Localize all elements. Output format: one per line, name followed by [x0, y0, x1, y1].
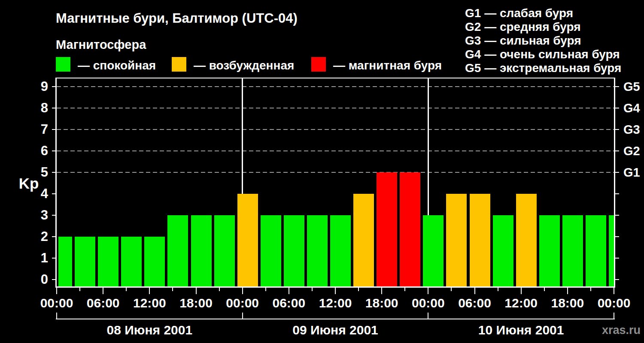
y-axis-label: 2 — [17, 229, 48, 245]
date-axis-tick — [242, 313, 243, 319]
x-axis-tick — [265, 288, 266, 291]
x-axis-tick — [428, 288, 428, 294]
x-axis-tick — [172, 288, 173, 291]
kp-bar — [330, 215, 351, 286]
x-axis-tick — [289, 288, 289, 294]
kp-bar — [307, 215, 328, 286]
kp-bar — [446, 194, 467, 286]
date-label: 08 Июня 2001 — [42, 323, 257, 337]
kp-bar — [58, 237, 72, 286]
kp-bar — [539, 215, 560, 286]
x-axis-label: 12:00 — [124, 296, 175, 310]
x-axis-label: 06:00 — [77, 296, 129, 310]
kp-bar — [400, 172, 420, 286]
y-axis-tick-right — [615, 108, 619, 108]
kp-bar — [470, 194, 490, 286]
g-scale-legend: G1 — слабая буря G2 — средняя буря G3 — … — [465, 6, 621, 75]
x-axis-tick — [56, 288, 57, 294]
y-axis-label: 1 — [17, 250, 48, 266]
g-scale-label: G4 — [623, 100, 640, 116]
grid-line — [57, 129, 614, 130]
date-label: 10 Июня 2001 — [414, 323, 629, 337]
x-axis-tick — [335, 288, 336, 294]
magnetic-storms-chart: Магнитные бури, Балтимор (UTC-04) Магнит… — [0, 0, 644, 343]
x-axis-tick — [79, 288, 80, 291]
x-axis-tick — [404, 288, 405, 291]
chart-subtitle: Магнитосфера — [56, 38, 146, 52]
y-axis-label: 7 — [17, 121, 48, 138]
date-axis-line — [56, 319, 615, 319]
kp-bar — [493, 215, 513, 286]
y-axis-tick-right — [615, 215, 619, 216]
kp-bar — [237, 194, 258, 286]
g-legend-line-g5: G5 — экстремальная буря — [465, 61, 621, 75]
x-axis-tick — [567, 288, 568, 294]
g-scale-label: G1 — [623, 165, 640, 180]
plot-frame — [55, 78, 615, 288]
grid-line — [57, 108, 614, 108]
y-axis-tick-right — [615, 279, 619, 280]
legend-label-active: — возбужденная — [194, 59, 294, 72]
x-axis-tick — [614, 288, 614, 294]
x-axis-tick — [358, 288, 359, 291]
x-axis-label: 18:00 — [356, 296, 407, 310]
kp-bar — [353, 194, 374, 286]
y-axis-tick-right — [615, 150, 619, 151]
plot-area — [57, 78, 614, 286]
y-axis-title: Kp — [15, 175, 42, 192]
g-scale-label: G5 — [623, 79, 640, 94]
g-legend-line-g4: G4 — очень сильная буря — [465, 48, 621, 61]
x-axis-label: 18:00 — [170, 296, 222, 310]
y-axis-label: 9 — [17, 78, 48, 95]
x-axis-tick — [498, 288, 498, 291]
x-axis-tick — [103, 288, 103, 294]
date-axis-tick — [428, 313, 428, 319]
kp-bar — [377, 172, 397, 286]
kp-bar — [261, 215, 281, 286]
kp-bar — [284, 215, 304, 286]
legend-label-quiet: — спокойная — [78, 59, 156, 72]
x-axis-label: 06:00 — [263, 296, 315, 310]
x-axis-tick — [590, 288, 591, 291]
x-axis-label: 12:00 — [310, 296, 361, 310]
grid-line — [57, 150, 614, 151]
y-axis-tick-right — [615, 172, 619, 173]
date-axis-tick — [56, 313, 57, 319]
grid-line — [57, 172, 614, 173]
g-legend-line-g2: G2 — средняя буря — [465, 20, 621, 34]
g-scale-label: G3 — [623, 122, 640, 137]
y-axis-tick-right — [615, 86, 619, 87]
g-legend-line-g3: G3 — сильная буря — [465, 34, 621, 48]
legend-swatch-quiet — [56, 57, 70, 72]
kp-bar — [121, 237, 142, 286]
legend-swatch-active — [172, 57, 186, 72]
y-axis-tick-right — [615, 258, 619, 259]
x-axis-tick — [474, 288, 475, 294]
y-axis-tick-right — [615, 129, 619, 130]
x-axis-label: 00:00 — [31, 296, 82, 310]
kp-bar — [191, 215, 212, 286]
x-axis-label: 00:00 — [217, 296, 268, 310]
watermark: xras.ru — [602, 324, 641, 337]
x-axis-tick — [521, 288, 522, 294]
y-axis-label: 6 — [17, 143, 48, 159]
kp-bar — [609, 215, 614, 286]
date-label: 09 Июня 2001 — [228, 323, 443, 337]
x-axis-tick — [149, 288, 150, 294]
x-axis-tick — [242, 288, 243, 294]
legend-label-storm: — магнитная буря — [333, 59, 442, 72]
x-axis-label: 06:00 — [449, 296, 501, 310]
grid-line — [57, 86, 614, 87]
y-axis-tick-right — [615, 236, 619, 237]
legend-swatch-storm — [311, 57, 326, 72]
chart-title: Магнитные бури, Балтимор (UTC-04) — [56, 11, 298, 26]
kp-bar — [167, 215, 188, 286]
kp-bar — [214, 215, 235, 286]
x-axis-label: 18:00 — [542, 296, 593, 310]
x-axis-tick — [196, 288, 197, 294]
x-axis-label: 12:00 — [495, 296, 547, 310]
kp-bar — [562, 215, 583, 286]
x-axis-tick — [126, 288, 127, 291]
kp-bar — [98, 237, 118, 286]
x-axis-tick — [381, 288, 382, 294]
